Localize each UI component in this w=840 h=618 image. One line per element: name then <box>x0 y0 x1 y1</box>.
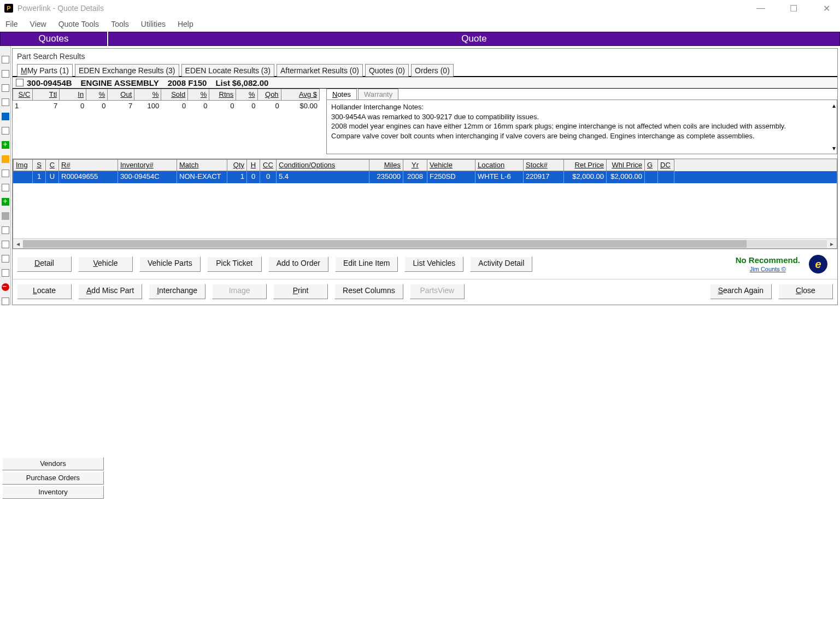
jim-counts-link[interactable]: Jim Counts © <box>750 266 786 272</box>
hdr-pin[interactable]: % <box>86 89 108 101</box>
toolbar-icon-1[interactable] <box>2 56 9 63</box>
part-desc: ENGINE ASSEMBLY <box>81 78 159 88</box>
menu-file[interactable]: File <box>5 20 18 28</box>
list-vehicles-button[interactable]: List Vehicles <box>404 256 463 272</box>
vehicle-parts-button[interactable]: Vehicle Parts <box>139 256 201 272</box>
part-number: 300-09454B <box>27 78 72 88</box>
edit-line-button[interactable]: Edit Line Item <box>335 256 398 272</box>
notes-pane: Notes Warranty ▴ ▾ Hollander Interchange… <box>320 89 837 154</box>
tab-warranty[interactable]: Warranty <box>358 89 398 100</box>
sidebar-vendors[interactable]: Vendors <box>2 457 104 470</box>
part-search-window: Part Search Results MMy Parts (1) EDEN E… <box>12 48 838 305</box>
expand-icon[interactable] <box>16 79 24 86</box>
tab-notes[interactable]: Notes <box>326 89 357 100</box>
hdr-rtns[interactable]: Rtns <box>209 89 236 101</box>
toolbar-icon-11[interactable] <box>2 226 9 234</box>
menu-quote-tools[interactable]: Quote Tools <box>58 20 99 28</box>
scroll-down-icon[interactable]: ▾ <box>832 144 836 153</box>
menubar: File View Quote Tools Tools Utilities He… <box>0 16 840 32</box>
tab-quote[interactable]: Quote <box>108 32 840 46</box>
hdr-pout[interactable]: % <box>134 89 161 101</box>
toolbar-icon-9[interactable] <box>2 184 9 191</box>
window-title: Powerlink - Quote Details <box>17 4 104 13</box>
hdr-avg[interactable]: Avg $ <box>281 89 320 101</box>
close-icon[interactable]: ✕ <box>817 3 836 14</box>
interchange-button[interactable]: Interchange <box>149 284 205 299</box>
subwindow-title: Part Search Results <box>13 49 837 62</box>
hdr-in[interactable]: In <box>60 89 86 101</box>
toolbar-icon-3[interactable] <box>2 84 9 92</box>
result-tabs: MMy Parts (1) EDEN Exchange Results (3) … <box>13 62 837 77</box>
tab-my-parts[interactable]: MMy Parts (1) <box>17 64 73 77</box>
scroll-left-icon[interactable]: ◂ <box>13 240 23 248</box>
hdr-qoh[interactable]: Qoh <box>258 89 281 101</box>
main-tabs: Quotes Quote <box>0 32 840 46</box>
button-row-2: Locate Add Misc Part Interchange Image P… <box>13 279 837 305</box>
reset-columns-button[interactable]: Reset Columns <box>334 284 403 299</box>
add-to-order-button[interactable]: Add to Order <box>268 256 328 272</box>
scroll-right-icon[interactable]: ▸ <box>827 240 837 248</box>
search-again-button[interactable]: Search Again <box>710 284 772 299</box>
icon-toolbar: + + <box>0 46 11 305</box>
hdr-prtns[interactable]: % <box>236 89 257 101</box>
hdr-psold[interactable]: % <box>188 89 209 101</box>
menu-view[interactable]: View <box>30 20 46 28</box>
menu-utilities[interactable]: Utilities <box>141 20 166 28</box>
tab-eden-exchange[interactable]: EDEN Exchange Results (3) <box>75 64 179 77</box>
stats-row: 1 7 0 0 7 100 0 0 0 0 0 $0.00 <box>13 101 320 113</box>
toolbar-icon-4[interactable] <box>2 98 9 106</box>
toolbar-icon-8[interactable] <box>2 170 9 177</box>
results-header: Img S C R# Inventory# Match Qty H CC Con… <box>13 159 837 171</box>
tab-quotes[interactable]: Quotes <box>0 32 107 46</box>
maximize-icon[interactable]: ☐ <box>784 3 803 14</box>
plus-icon[interactable]: + <box>2 141 9 149</box>
stats-table: S/C Ttl In % Out % Sold % Rtns % Qoh Avg… <box>13 89 320 154</box>
toolbar-icon-10[interactable] <box>2 212 9 220</box>
tab-eden-locate[interactable]: EDEN Locate Results (3) <box>181 64 274 77</box>
print-button[interactable]: Print <box>273 284 328 299</box>
no-recommend-label: No Recommend. <box>736 255 800 265</box>
add-misc-button[interactable]: Add Misc Part <box>78 284 142 299</box>
close-button[interactable]: Close <box>778 284 833 299</box>
sidebar-purchase-orders[interactable]: Purchase Orders <box>2 471 104 485</box>
toolbar-icon-7[interactable] <box>2 155 9 163</box>
tab-quotes[interactable]: Quotes (0) <box>365 64 409 77</box>
toolbar-icon-13[interactable] <box>2 255 9 263</box>
part-year-model: 2008 F150 <box>168 78 207 88</box>
activity-detail-button[interactable]: Activity Detail <box>470 256 532 272</box>
part-list-price: $6,082.00 <box>232 78 269 88</box>
toolbar-icon-6[interactable] <box>2 127 9 135</box>
toolbar-icon-5[interactable] <box>2 113 9 120</box>
hdr-ttl[interactable]: Ttl <box>33 89 60 101</box>
e-logo-icon[interactable]: e <box>809 255 827 273</box>
notes-text[interactable]: ▴ ▾ Hollander Interchange Notes: 300-945… <box>326 100 837 154</box>
detail-button[interactable]: Detail <box>17 256 72 272</box>
tab-aftermarket[interactable]: Aftermarket Results (0) <box>277 64 363 77</box>
locate-button[interactable]: Locate <box>17 284 72 299</box>
image-button: Image <box>212 284 267 299</box>
sidebar-inventory[interactable]: Inventory <box>2 486 104 499</box>
pick-ticket-button[interactable]: Pick Ticket <box>207 256 262 272</box>
part-list-label: List <box>215 78 230 88</box>
minus-icon[interactable] <box>2 283 9 291</box>
scroll-up-icon[interactable]: ▴ <box>832 101 836 110</box>
table-row[interactable]: 1 U R00049655 300-09454C NON-EXACT 1 0 0… <box>13 171 837 183</box>
toolbar-icon-2[interactable] <box>2 70 9 78</box>
toolbar-icon-15[interactable] <box>2 298 9 305</box>
toolbar-icon-14[interactable] <box>2 269 9 277</box>
vehicle-button[interactable]: Vehicle <box>78 256 133 272</box>
horizontal-scrollbar[interactable]: ◂ ▸ <box>13 238 837 248</box>
plus-icon-2[interactable]: + <box>2 198 9 206</box>
toolbar-icon-12[interactable] <box>2 241 9 248</box>
titlebar: P Powerlink - Quote Details — ☐ ✕ <box>0 0 840 16</box>
hdr-sc[interactable]: S/C <box>13 89 33 101</box>
menu-tools[interactable]: Tools <box>111 20 129 28</box>
results-table: Img S C R# Inventory# Match Qty H CC Con… <box>13 159 837 249</box>
hdr-out[interactable]: Out <box>108 89 134 101</box>
sidebar-bottom: Vendors Purchase Orders Inventory <box>2 457 105 500</box>
menu-help[interactable]: Help <box>178 20 193 28</box>
tab-orders[interactable]: Orders (0) <box>411 64 454 77</box>
hdr-sold[interactable]: Sold <box>161 89 188 101</box>
partsview-button: PartsView <box>410 284 465 299</box>
minimize-icon[interactable]: — <box>751 3 770 14</box>
